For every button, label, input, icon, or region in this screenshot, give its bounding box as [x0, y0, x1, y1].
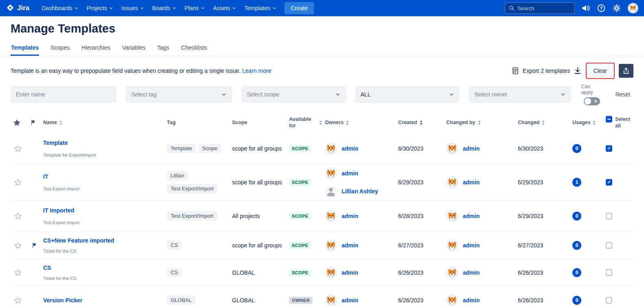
- row-checkbox[interactable]: [606, 145, 612, 152]
- changed-by-link[interactable]: admin: [463, 297, 480, 304]
- row-checkbox[interactable]: [606, 297, 612, 304]
- tag-filter-select[interactable]: Select tag: [126, 86, 231, 103]
- changed-by-link[interactable]: admin: [463, 145, 480, 152]
- reset-button[interactable]: Reset: [612, 88, 633, 101]
- tabs-divider: [0, 56, 644, 56]
- learn-more-link[interactable]: Learn more: [242, 68, 272, 74]
- header-created[interactable]: Created: [398, 119, 446, 126]
- tag-chip[interactable]: CS: [167, 268, 182, 277]
- header-changed-by[interactable]: Changed by: [446, 119, 518, 126]
- star-outline-icon[interactable]: [14, 178, 22, 186]
- tab-variables[interactable]: Variables: [122, 43, 146, 56]
- changed-by-link[interactable]: admin: [463, 179, 480, 186]
- create-button[interactable]: Create: [285, 2, 314, 14]
- changed-by-link[interactable]: admin: [463, 269, 480, 276]
- tags-cell: Test Export/Import: [167, 211, 232, 221]
- tag-chip[interactable]: Template: [167, 144, 196, 153]
- project-filter-select[interactable]: ALL: [355, 86, 460, 103]
- nav-item-boards[interactable]: Boards: [148, 2, 180, 14]
- tag-chip[interactable]: Scope: [199, 144, 221, 153]
- page-title: Manage Templates: [11, 22, 633, 35]
- select-all-checkbox[interactable]: [606, 116, 612, 122]
- template-name-link[interactable]: Version Picker: [43, 297, 163, 304]
- can-apply-toggle[interactable]: ✕: [584, 97, 600, 105]
- sort-icon: [478, 120, 481, 125]
- row-checkbox[interactable]: [606, 269, 612, 276]
- owner-link[interactable]: admin: [342, 297, 358, 304]
- template-name-link[interactable]: Template: [43, 140, 163, 146]
- header-usages[interactable]: Usages: [572, 119, 606, 126]
- tag-chip[interactable]: CS: [167, 240, 182, 250]
- user-avatar[interactable]: [628, 3, 638, 13]
- header-name[interactable]: Name: [43, 119, 167, 126]
- nav-item-dashboards[interactable]: Dashboards: [37, 2, 83, 14]
- tab-tags[interactable]: Tags: [157, 43, 170, 56]
- template-name-link[interactable]: CS: [43, 264, 163, 271]
- tag-chip[interactable]: Lillian: [167, 171, 188, 180]
- owner-link[interactable]: admin: [342, 170, 358, 177]
- star-outline-icon[interactable]: [14, 241, 22, 249]
- nav-item-assets[interactable]: Assets: [209, 2, 240, 14]
- share-export-button[interactable]: [619, 64, 633, 78]
- table-row: CS Ticket for the CS CS GLOBAL SCOPE adm…: [11, 259, 633, 286]
- name-filter-input[interactable]: [11, 86, 116, 103]
- row-checkbox[interactable]: [606, 213, 612, 219]
- owner: admin: [446, 267, 518, 279]
- jira-logo[interactable]: Jira: [6, 4, 29, 13]
- scope-filter-select[interactable]: Select scope: [241, 86, 346, 103]
- star-outline-icon[interactable]: [14, 212, 22, 220]
- header-available-for[interactable]: Available for: [289, 116, 325, 129]
- changed-by-cell: admin: [446, 176, 518, 188]
- tag-chip[interactable]: GLOBAL: [167, 295, 195, 305]
- nav-item-issues[interactable]: Issues: [117, 2, 148, 14]
- search-input[interactable]: [517, 5, 571, 11]
- nav-item-plans[interactable]: Plans: [180, 2, 209, 14]
- owner-link[interactable]: admin: [342, 242, 358, 249]
- favorite-cell: [11, 296, 25, 304]
- star-outline-icon[interactable]: [14, 269, 22, 277]
- owner-link[interactable]: admin: [342, 145, 358, 152]
- usages-badge[interactable]: 0: [572, 212, 581, 221]
- usages-badge[interactable]: 0: [572, 268, 581, 277]
- tab-templates[interactable]: Templates: [11, 43, 39, 56]
- owner-link[interactable]: admin: [342, 213, 358, 219]
- created-cell: 6/26/2023: [398, 269, 446, 276]
- tab-scopes[interactable]: Scopes: [50, 43, 70, 56]
- template-name-link[interactable]: IT: [43, 173, 163, 180]
- changed-by-link[interactable]: admin: [463, 213, 480, 219]
- usages-badge[interactable]: 0: [572, 296, 581, 305]
- scope-cell: GLOBAL: [232, 269, 289, 276]
- row-checkbox[interactable]: [606, 179, 612, 186]
- header-changed[interactable]: Changed: [518, 119, 572, 126]
- owner-filter-select[interactable]: Select owner: [469, 86, 571, 103]
- announcements-icon[interactable]: [581, 4, 590, 13]
- sort-icon: [592, 120, 596, 125]
- nav-item-projects[interactable]: Projects: [83, 2, 118, 14]
- tag-chip[interactable]: Test Export/Import: [167, 211, 217, 221]
- settings-gear-icon[interactable]: [612, 4, 621, 13]
- template-name-link[interactable]: CS+New Feature imported: [43, 237, 163, 244]
- flag-filled-icon[interactable]: [31, 242, 37, 249]
- tag-chip[interactable]: Test Export/Import: [167, 184, 217, 193]
- header-owners[interactable]: Owners: [325, 119, 398, 126]
- sort-desc-icon: [419, 120, 423, 125]
- usages-badge[interactable]: 0: [572, 144, 581, 153]
- header-favorite[interactable]: [11, 119, 25, 127]
- clear-button[interactable]: Clear: [587, 64, 613, 77]
- row-checkbox[interactable]: [606, 242, 612, 249]
- star-outline-icon[interactable]: [14, 296, 22, 304]
- usages-badge[interactable]: 0: [572, 241, 581, 250]
- usages-badge[interactable]: 1: [572, 178, 581, 187]
- owner-link[interactable]: Lillian Ashley: [342, 188, 378, 195]
- template-name-link[interactable]: IT Imported: [43, 207, 163, 214]
- nav-search[interactable]: [505, 2, 575, 14]
- help-icon[interactable]: [597, 4, 606, 13]
- tab-checklists[interactable]: Checklists: [181, 43, 208, 56]
- export-templates-button[interactable]: Export 2 templates: [511, 67, 582, 75]
- tab-hierarchies[interactable]: Hierarchies: [81, 43, 111, 56]
- changed-by-link[interactable]: admin: [463, 242, 480, 249]
- owner-link[interactable]: admin: [342, 269, 358, 276]
- nav-item-templates[interactable]: Templates: [240, 2, 280, 14]
- header-flag[interactable]: [25, 119, 43, 126]
- star-outline-icon[interactable]: [14, 144, 22, 153]
